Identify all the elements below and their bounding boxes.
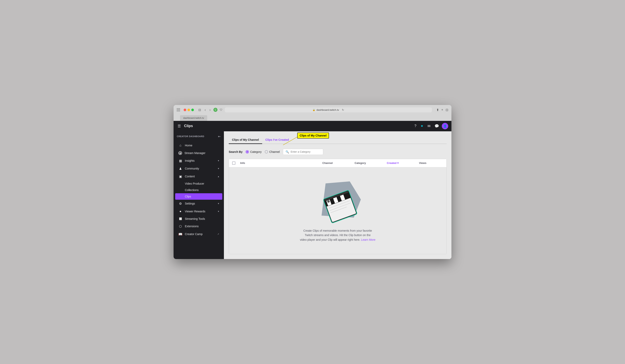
empty-text-line3: video player and your Clip will appear r… <box>300 238 360 241</box>
spark-icon: ✦ <box>420 124 423 128</box>
creator-dashboard-label: CREATOR DASHBOARD <box>177 135 204 138</box>
settings-icon: ⚙ <box>178 202 183 205</box>
th-created[interactable]: Created ▾ <box>387 162 419 165</box>
minimize-button[interactable] <box>188 109 190 111</box>
sidebar-item-label: Video Producer <box>185 182 219 185</box>
sidebar-toggle-button[interactable]: ⊟ <box>197 108 202 112</box>
search-icon: 🔍 <box>285 150 289 153</box>
table-header: Info Channel Category Created ▾ Views <box>229 159 446 167</box>
radio-label-channel: Channel <box>269 150 280 153</box>
sidebar-item-video-producer[interactable]: Video Producer <box>175 180 222 187</box>
avatar-icon: 👤 <box>443 124 447 128</box>
sidebar-item-home[interactable]: ⌂ Home <box>175 141 222 149</box>
th-category: Category <box>355 162 387 165</box>
url-text: dashboard.twitch.tv <box>316 108 339 112</box>
forward-button[interactable]: › <box>209 107 211 112</box>
radio-circle-channel <box>265 150 268 153</box>
checkbox[interactable] <box>232 162 235 165</box>
sidebar-item-stream-manager[interactable]: ◉ Stream Manager <box>175 149 222 157</box>
sidebar-item-label: Settings <box>185 202 216 205</box>
clips-tabs: Clips of My Channel Clips I've Created <box>229 136 447 144</box>
page-title: Clips <box>184 124 411 128</box>
sidebar-item-viewer-rewards[interactable]: ● Viewer Rewards ▾ <box>175 208 222 215</box>
home-icon: ⌂ <box>178 143 183 147</box>
sidebar-item-label: Viewer Rewards <box>185 210 216 213</box>
radio-option-channel[interactable]: Channel <box>265 150 280 153</box>
sidebar-item-extensions[interactable]: ⬡ Extensions <box>175 223 222 230</box>
chevron-down-icon: ▾ <box>218 210 219 213</box>
maximize-button[interactable] <box>191 109 194 111</box>
sidebar-item-collections[interactable]: Collections <box>175 187 222 193</box>
viewer-rewards-icon: ● <box>178 210 183 213</box>
lock-icon: 🔒 <box>312 109 315 111</box>
sidebar-item-creator-camp[interactable]: 📖 Creator Camp ↗ <box>175 230 222 238</box>
select-all-checkbox[interactable] <box>232 162 240 165</box>
th-info: Info <box>240 162 322 165</box>
radio-label-category: Category <box>250 150 262 153</box>
sidebar-item-label: Home <box>185 144 219 147</box>
new-tab-button[interactable]: + <box>441 108 443 112</box>
search-by-row: Search By Category Channel 🔍 <box>229 149 447 155</box>
chevron-up-icon: ▴ <box>218 175 219 178</box>
notifications-button[interactable]: 💬 <box>433 123 440 130</box>
search-by-label: Search By <box>229 150 242 153</box>
sidebar-item-settings[interactable]: ⚙ Settings ▾ <box>175 200 222 208</box>
tab-label: Clips of My Channel <box>232 138 259 141</box>
shield-icon: 🛡 <box>219 108 223 112</box>
hamburger-button[interactable]: ☰ <box>177 123 182 129</box>
hamburger-icon: ☰ <box>178 124 181 128</box>
back-button[interactable]: ‹ <box>204 107 207 112</box>
sidebar-item-content[interactable]: ▣ Content ▴ <box>175 172 222 180</box>
content-icon: ▣ <box>178 174 183 178</box>
empty-text-line1: Create Clips of memorable moments from y… <box>303 229 372 232</box>
close-button[interactable] <box>184 109 186 111</box>
stream-manager-icon: ◉ <box>178 151 182 155</box>
th-created-label: Created <box>387 162 397 165</box>
search-input[interactable] <box>291 150 319 153</box>
streaming-tools-icon: ⬜ <box>178 217 183 220</box>
help-button[interactable]: ? <box>413 123 418 129</box>
share-button[interactable]: ⬆ <box>436 108 439 112</box>
sidebar-item-label: Creator Camp <box>185 232 215 236</box>
tabs-button[interactable]: ⊡ <box>446 108 448 112</box>
chevron-down-icon: ▾ <box>218 159 219 162</box>
sidebar-item-community[interactable]: ♟ Community ▾ <box>175 165 222 172</box>
empty-state: Create Clips of memorable moments from y… <box>229 167 446 254</box>
clapper-svg <box>310 179 366 224</box>
mail-icon: ✉ <box>428 124 431 128</box>
sidebar-item-label: Community <box>185 167 216 170</box>
learn-more-link[interactable]: Learn More <box>361 238 375 241</box>
chevron-down-icon: ▾ <box>218 167 219 170</box>
user-avatar-button[interactable]: 👤 <box>442 123 448 129</box>
collapse-sidebar-button[interactable]: ⇤ <box>218 135 221 138</box>
sidebar-item-label: Insights <box>185 159 216 162</box>
extensions-icon: ⬡ <box>178 224 183 228</box>
search-input-wrap[interactable]: 🔍 <box>283 149 323 155</box>
sidebar-item-label: Streaming Tools <box>185 217 219 221</box>
address-bar[interactable]: 🔒 dashboard.twitch.tv ↻ <box>225 107 432 112</box>
empty-text-line2: Twitch streams and videos. Hit the Clip … <box>305 233 371 237</box>
external-link-icon: ↗ <box>217 233 219 235</box>
tab-clips-of-my-channel[interactable]: Clips of My Channel <box>229 136 262 144</box>
main-content: Clips of My Channel Clips I've Created C… <box>224 131 451 259</box>
sort-icon: ▾ <box>397 162 399 165</box>
clips-table: Info Channel Category Created ▾ Views <box>229 159 447 254</box>
spark-button[interactable]: ✦ <box>419 123 425 130</box>
tab-label: Clips I've Created <box>265 138 289 141</box>
empty-state-text: Create Clips of memorable moments from y… <box>300 228 375 242</box>
creator-camp-icon: 📖 <box>178 232 183 236</box>
radio-option-category[interactable]: Category <box>246 150 262 153</box>
sidebar-item-label: Content <box>185 175 216 178</box>
th-channel: Channel <box>322 162 355 165</box>
sidebar-item-clips[interactable]: Clips <box>175 193 222 200</box>
tab-clips-ive-created[interactable]: Clips I've Created <box>262 136 292 144</box>
sidebar-item-label: Clips <box>185 195 219 198</box>
sidebar-item-insights[interactable]: ▦ Insights ▾ <box>175 157 222 165</box>
chevron-down-icon: ▾ <box>218 202 219 205</box>
sidebar-item-streaming-tools[interactable]: ⬜ Streaming Tools <box>175 215 222 223</box>
mail-button[interactable]: ✉ <box>426 123 432 130</box>
reload-button[interactable]: ↻ <box>342 108 344 112</box>
insights-icon: ▦ <box>178 159 183 163</box>
th-views: Views <box>419 162 443 165</box>
browser-tab[interactable]: dashboard.twitch.tv <box>180 115 207 121</box>
